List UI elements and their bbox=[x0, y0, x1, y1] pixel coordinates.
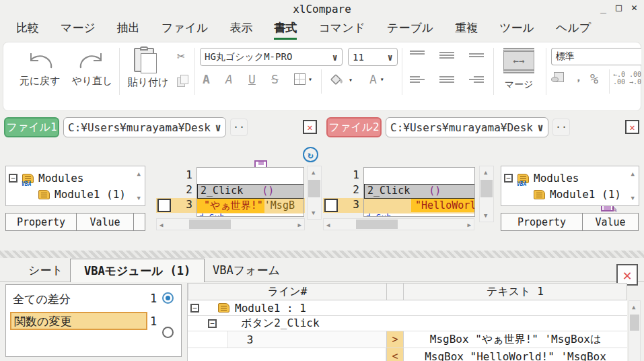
v-scrollbar-center[interactable]: ▲ ▼ bbox=[307, 166, 322, 220]
file1-browse-button[interactable]: ·· bbox=[230, 119, 248, 136]
code-line-2-left[interactable]: 2_Click() bbox=[197, 184, 304, 199]
comma-format-button[interactable]: ， bbox=[573, 69, 584, 85]
italic-button[interactable]: A bbox=[225, 72, 233, 86]
menu-table[interactable]: テーブル bbox=[387, 20, 433, 40]
tree-node-module1-right[interactable]: Module1 (1) bbox=[534, 188, 621, 201]
tab-vba-forms[interactable]: VBAフォーム bbox=[199, 259, 293, 282]
collapse-icon[interactable]: − bbox=[190, 304, 199, 313]
file1-close-button[interactable]: ✕ bbox=[303, 120, 317, 134]
splitter-handle[interactable] bbox=[0, 251, 644, 258]
value-header[interactable]: Value bbox=[76, 213, 134, 231]
collapse-icon[interactable]: − bbox=[504, 174, 513, 183]
font-name-combobox[interactable]: HG丸ゴシックM-PRO ∨ bbox=[200, 48, 343, 66]
underline-button[interactable]: U bbox=[248, 72, 256, 86]
merge-checkbox-left[interactable] bbox=[157, 199, 171, 212]
redo-button[interactable]: やり直し bbox=[68, 49, 116, 88]
bold-button[interactable]: A bbox=[203, 72, 210, 86]
menu-format[interactable]: 書式 bbox=[274, 20, 297, 40]
scroll-left-icon[interactable]: ◀ bbox=[326, 222, 330, 228]
scroll-thumb[interactable] bbox=[356, 220, 398, 229]
tab-vba-modules[interactable]: VBAモジュール (1) bbox=[70, 259, 205, 282]
menu-merge[interactable]: マージ bbox=[61, 20, 96, 40]
h-scrollbar-left[interactable]: ◀ ▶ bbox=[156, 218, 305, 230]
scroll-thumb[interactable] bbox=[630, 315, 639, 331]
file1-path-combobox[interactable]: C:¥Users¥murayama¥Desk ∨ bbox=[63, 117, 226, 137]
tree-node-modules-left[interactable]: − VBA Modules bbox=[9, 172, 83, 185]
decrease-decimal-button[interactable]: .00 →.0 bbox=[629, 71, 641, 86]
align-top-icon[interactable] bbox=[410, 51, 425, 60]
property-header[interactable]: Property bbox=[501, 213, 583, 231]
align-right-icon[interactable] bbox=[469, 76, 484, 86]
menu-duplicates[interactable]: 重複 bbox=[455, 20, 478, 40]
scroll-right-icon[interactable]: ▶ bbox=[298, 222, 301, 228]
scroll-up-icon[interactable]: ▲ bbox=[631, 170, 635, 177]
tab-sheets[interactable]: シート bbox=[15, 259, 77, 282]
table-row-procedure[interactable]: − ボタン2_Click bbox=[188, 316, 627, 331]
v-scrollbar-table[interactable]: ▲ bbox=[629, 300, 641, 361]
code-line-2-right[interactable]: 2_Click() bbox=[364, 184, 475, 199]
font-size-combobox[interactable]: 11 ∨ bbox=[348, 48, 398, 66]
scroll-down-icon[interactable]: ▼ bbox=[631, 195, 635, 201]
collapse-icon[interactable]: − bbox=[9, 174, 17, 183]
scroll-thumb[interactable] bbox=[480, 180, 493, 197]
align-left-icon[interactable] bbox=[410, 76, 425, 86]
number-format-combobox[interactable]: 標準 bbox=[551, 48, 641, 65]
scroll-up-icon[interactable]: ▲ bbox=[484, 169, 487, 176]
paste-button[interactable]: 貼り付け bbox=[124, 46, 172, 89]
h-scrollbar-right[interactable]: ◀ ▶ bbox=[323, 218, 474, 230]
table-row-module-group[interactable]: − Module1 : 1 bbox=[188, 300, 627, 316]
filter-function-change-radio[interactable] bbox=[162, 327, 174, 338]
undo-button[interactable]: 元に戻す bbox=[15, 49, 64, 88]
scroll-up-icon[interactable]: ▲ bbox=[632, 304, 635, 310]
menu-view[interactable]: 表示 bbox=[229, 20, 252, 40]
code-pane-right[interactable]: 2_Click() "HelloWorld!" d Sub bbox=[363, 167, 475, 217]
scroll-up-icon[interactable]: ▲ bbox=[312, 169, 315, 176]
font-color-button[interactable]: A ▾ bbox=[369, 72, 384, 86]
scroll-thumb[interactable] bbox=[189, 220, 231, 229]
line-number-column-header[interactable]: ライン# bbox=[188, 283, 387, 300]
refresh-compare-button[interactable]: ↻ bbox=[303, 147, 318, 162]
fill-color-button[interactable]: ▾ bbox=[330, 73, 353, 86]
minimize-button[interactable]: _ bbox=[600, 1, 606, 13]
merge-checkbox-right[interactable] bbox=[324, 199, 338, 212]
scroll-down-icon[interactable]: ▼ bbox=[137, 195, 141, 201]
currency-format-button[interactable] bbox=[551, 72, 565, 84]
percent-format-button[interactable]: % bbox=[590, 71, 598, 87]
file2-browse-button[interactable]: ·· bbox=[552, 119, 570, 136]
menu-help[interactable]: ヘルプ bbox=[556, 20, 591, 40]
code-line-3-left[interactable]: "やぁ世界!"'MsgB bbox=[197, 199, 304, 214]
collapse-icon[interactable]: − bbox=[208, 319, 217, 328]
close-button[interactable]: ✕ bbox=[631, 1, 637, 13]
direction-column-header[interactable] bbox=[386, 283, 404, 300]
text1-column-header[interactable]: テキスト 1 bbox=[403, 283, 627, 300]
table-row-diff-2[interactable]: < MsgBox "HelloWorld!" 'MsgBox bbox=[188, 348, 627, 361]
tree-node-module1-left[interactable]: Module1 (1) bbox=[38, 188, 126, 201]
tree-node-modules-right[interactable]: − VBA Modules bbox=[504, 172, 579, 185]
merge-cells-button[interactable]: ←→ マージ bbox=[500, 48, 538, 91]
property-header[interactable]: Property bbox=[5, 213, 77, 231]
menu-command[interactable]: コマンド bbox=[318, 20, 365, 40]
increase-decimal-button[interactable]: ←.0 .00 bbox=[613, 71, 625, 86]
scroll-down-icon[interactable]: ▼ bbox=[484, 212, 487, 219]
value-header[interactable]: Value bbox=[582, 213, 639, 231]
cut-button[interactable]: ✂ bbox=[177, 48, 185, 64]
code-pane-left[interactable]: 2_Click() "やぁ世界!"'MsgB d Sub bbox=[196, 167, 304, 217]
maximize-button[interactable]: □ bbox=[616, 1, 622, 13]
filter-all-radio[interactable] bbox=[162, 292, 174, 304]
scroll-up-icon[interactable]: ▲ bbox=[137, 170, 141, 177]
scroll-thumb[interactable] bbox=[308, 180, 320, 197]
align-center-icon[interactable] bbox=[439, 76, 454, 86]
scroll-down-icon[interactable]: ▼ bbox=[312, 209, 315, 216]
menu-tools[interactable]: ツール bbox=[499, 20, 534, 40]
align-bottom-icon[interactable] bbox=[469, 53, 484, 63]
scroll-left-icon[interactable]: ◀ bbox=[159, 222, 163, 228]
menu-extract[interactable]: 抽出 bbox=[117, 20, 140, 40]
code-line-3-right[interactable]: "HelloWorld!" bbox=[364, 199, 475, 214]
table-row-diff-1[interactable]: 3 > MsgBox "やぁ世界!" 'MsgBoxは bbox=[188, 331, 627, 348]
strikethrough-button[interactable]: S bbox=[271, 72, 279, 86]
file2-path-combobox[interactable]: C:¥Users¥murayama¥Desk ∨ bbox=[386, 117, 548, 137]
menu-compare[interactable]: 比較 bbox=[16, 20, 39, 40]
copy-button[interactable] bbox=[177, 75, 189, 87]
align-middle-icon[interactable] bbox=[439, 52, 454, 61]
borders-button[interactable]: ▾ bbox=[294, 73, 312, 85]
